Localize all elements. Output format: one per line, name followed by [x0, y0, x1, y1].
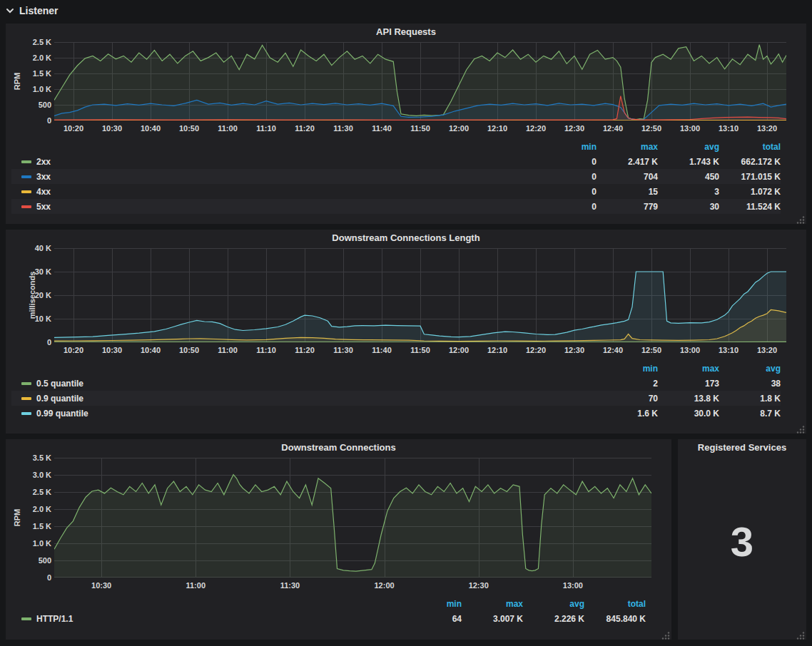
legend-column-header-min[interactable]: min	[597, 364, 658, 374]
legend-series-label: 3xx	[36, 172, 51, 182]
chevron-down-icon[interactable]	[6, 6, 14, 15]
plot-canvas[interactable]	[54, 248, 786, 342]
plot-canvas[interactable]	[54, 42, 786, 121]
legend-stat-max: 173	[658, 379, 719, 389]
legend-stat-max: 704	[597, 172, 658, 182]
y-tick-label: 500	[17, 556, 51, 565]
x-tick-label: 12:40	[603, 124, 623, 133]
series-color-swatch	[21, 397, 31, 400]
legend-series-5xx[interactable]: 5xx	[11, 202, 535, 212]
legend-series-label: 0.99 quantile	[36, 409, 88, 419]
plot-area: RPM05001.0 K1.5 K2.0 K2.5 K3.0 K3.5 K10:…	[11, 458, 666, 593]
legend-stat-min: 0	[535, 202, 597, 212]
x-tick-label: 13:10	[719, 124, 739, 133]
panel-downstream-connections: Downstream Connections RPM05001.0 K1.5 K…	[6, 439, 671, 640]
legend-header-row: minmaxavgtotal	[11, 596, 646, 611]
x-tick-label: 10:50	[179, 346, 199, 354]
legend-column-header-total[interactable]: total	[584, 599, 646, 609]
x-tick-label: 11:50	[410, 346, 430, 354]
x-tick-label: 10:50	[179, 124, 199, 133]
x-tick-label: 10:30	[91, 581, 111, 590]
x-tick-label: 11:30	[333, 346, 353, 354]
x-tick-label: 13:20	[757, 346, 777, 354]
x-tick-label: 12:20	[526, 346, 546, 354]
x-tick-label: 11:40	[372, 346, 392, 354]
legend-column-header-avg[interactable]: avg	[523, 599, 584, 609]
x-tick-label: 11:10	[256, 124, 276, 133]
legend-series-0.5 quantile[interactable]: 0.5 quantile	[11, 379, 597, 389]
legend-row: 3xx0704450171.015 K	[11, 169, 781, 184]
legend-column-header-avg[interactable]: avg	[658, 142, 719, 152]
panel-title-api-requests[interactable]: API Requests	[6, 24, 806, 41]
legend-stat-max: 15	[597, 187, 658, 197]
legend-stat-min: 0	[535, 187, 597, 197]
resize-handle-icon[interactable]	[661, 630, 670, 638]
x-tick-label: 12:00	[374, 581, 394, 590]
y-tick-label: 40 K	[17, 244, 51, 252]
y-tick-label: 2.5 K	[17, 488, 51, 496]
legend-series-HTTP/1.1[interactable]: HTTP/1.1	[11, 614, 400, 624]
x-tick-label: 10:20	[64, 124, 83, 133]
x-tick-label: 10:40	[141, 346, 161, 354]
downstream-connections-length-graph[interactable]: milliseconds010 K20 K30 K40 K10:2010:301…	[11, 248, 801, 421]
y-tick-label: 1.0 K	[17, 539, 51, 548]
legend-row: 0.99 quantile1.6 K30.0 K8.7 K	[11, 406, 781, 421]
legend-stat-avg: 1.8 K	[719, 394, 781, 404]
x-tick-label: 13:00	[680, 124, 700, 133]
legend-column-header-total[interactable]: total	[719, 142, 781, 152]
panel-title-downstream-connections[interactable]: Downstream Connections	[6, 439, 671, 456]
plot-canvas[interactable]	[54, 458, 651, 578]
panel-downstream-connections-length: Downstream Connections Length millisecon…	[6, 230, 806, 434]
legend-row: 0.5 quantile217338	[11, 376, 781, 391]
legend-series-label: 0.9 quantile	[36, 394, 83, 404]
panel-registered-services: Registered Services 3	[678, 439, 806, 640]
series-color-swatch	[21, 412, 31, 415]
legend-column-header-min[interactable]: min	[400, 599, 462, 609]
legend-column-header-min[interactable]: min	[535, 142, 597, 152]
resize-handle-icon[interactable]	[796, 424, 805, 432]
legend-table: minmaxavgtotal2xx02.417 K1.743 K662.172 …	[11, 139, 801, 214]
x-tick-label: 13:00	[563, 581, 583, 590]
resize-handle-icon[interactable]	[796, 214, 805, 222]
legend-column-header-max[interactable]: max	[462, 599, 523, 609]
x-tick-label: 12:30	[469, 581, 489, 590]
panel-api-requests: API Requests RPM05001.0 K1.5 K2.0 K2.5 K…	[6, 24, 806, 224]
legend-stat-avg: 450	[658, 172, 719, 182]
legend-series-4xx[interactable]: 4xx	[11, 187, 535, 197]
row-title[interactable]: Listener	[19, 5, 58, 16]
legend-column-header-max[interactable]: max	[658, 364, 719, 374]
x-tick-label: 11:30	[333, 124, 353, 133]
legend-column-header-avg[interactable]: avg	[719, 364, 781, 374]
panel-title-downstream-connections-length[interactable]: Downstream Connections Length	[6, 230, 806, 247]
x-tick-label: 12:00	[449, 346, 469, 354]
y-tick-label: 20 K	[17, 291, 51, 299]
series-color-swatch	[21, 190, 31, 193]
y-tick-label: 0	[17, 338, 51, 347]
x-tick-label: 13:20	[757, 124, 777, 133]
legend-column-header-max[interactable]: max	[597, 142, 658, 152]
resize-handle-icon[interactable]	[796, 630, 805, 638]
x-tick-label: 11:00	[218, 346, 238, 354]
legend-stat-max: 30.0 K	[658, 409, 719, 419]
y-tick-label: 30 K	[17, 267, 51, 276]
x-tick-label: 11:00	[186, 581, 205, 590]
row-header-listener[interactable]: Listener	[6, 0, 58, 21]
legend-series-0.99 quantile[interactable]: 0.99 quantile	[11, 409, 597, 419]
x-tick-label: 12:00	[449, 124, 469, 133]
legend-series-3xx[interactable]: 3xx	[11, 172, 535, 182]
legend-series-0.9 quantile[interactable]: 0.9 quantile	[11, 394, 597, 404]
legend-stat-min: 0	[535, 157, 597, 167]
x-tick-label: 11:00	[218, 124, 238, 133]
plot-area: milliseconds010 K20 K30 K40 K10:2010:301…	[11, 248, 801, 358]
api-requests-graph[interactable]: RPM05001.0 K1.5 K2.0 K2.5 K10:2010:3010:…	[11, 42, 801, 214]
downstream-connections-graph[interactable]: RPM05001.0 K1.5 K2.0 K2.5 K3.0 K3.5 K10:…	[11, 458, 666, 626]
legend-row: 4xx01531.072 K	[11, 184, 781, 199]
x-tick-label: 10:30	[102, 124, 122, 133]
series-color-swatch	[21, 382, 31, 385]
y-tick-label: 2.0 K	[17, 505, 51, 513]
legend-stat-min: 0	[535, 172, 597, 182]
legend-table: minmaxavgtotalHTTP/1.1643.007 K2.226 K84…	[11, 596, 666, 626]
panel-title-registered-services[interactable]: Registered Services	[678, 439, 806, 456]
legend-series-2xx[interactable]: 2xx	[11, 157, 535, 167]
legend-stat-avg: 38	[719, 379, 781, 389]
